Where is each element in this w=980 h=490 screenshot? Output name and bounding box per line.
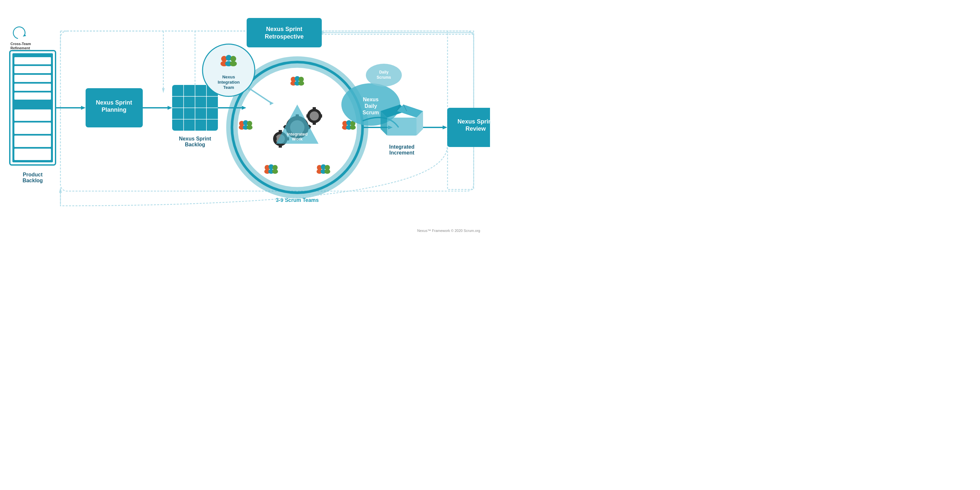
svg-text:Nexus Sprint: Nexus Sprint <box>266 26 302 32</box>
svg-rect-59 <box>278 130 282 133</box>
svg-rect-14 <box>14 135 51 147</box>
svg-rect-12 <box>14 110 51 121</box>
svg-text:Backlog: Backlog <box>22 178 43 183</box>
svg-point-95 <box>325 169 330 174</box>
svg-text:Integrated: Integrated <box>389 144 414 150</box>
svg-text:Planning: Planning <box>102 107 126 113</box>
svg-text:Scrums: Scrums <box>377 75 391 80</box>
svg-rect-15 <box>14 149 51 160</box>
svg-text:Integration: Integration <box>218 80 239 84</box>
svg-rect-11 <box>14 92 51 100</box>
svg-rect-62 <box>274 137 277 140</box>
svg-rect-56 <box>306 115 309 118</box>
svg-text:Team: Team <box>223 85 234 90</box>
svg-rect-10 <box>14 84 51 91</box>
svg-text:Work: Work <box>292 137 303 142</box>
svg-point-99 <box>230 56 236 62</box>
svg-text:Nexus: Nexus <box>363 97 379 102</box>
svg-rect-53 <box>313 107 316 110</box>
svg-rect-55 <box>319 115 322 118</box>
nexus-framework-diagram: Cross-Team Refinement Product Backlog Ne… <box>0 0 490 245</box>
svg-text:Nexus™ Framework © 2020 Scrum.: Nexus™ Framework © 2020 Scrum.org <box>417 229 480 232</box>
svg-rect-9 <box>14 75 51 82</box>
svg-rect-60 <box>278 145 282 148</box>
svg-point-77 <box>247 125 253 130</box>
svg-text:Daily: Daily <box>379 70 389 75</box>
svg-text:Backlog: Backlog <box>185 142 205 147</box>
svg-point-52 <box>310 111 319 121</box>
svg-rect-124 <box>387 118 417 135</box>
svg-point-102 <box>230 61 237 66</box>
svg-text:Review: Review <box>466 126 486 132</box>
svg-text:Nexus Sprint: Nexus Sprint <box>457 118 490 125</box>
svg-text:Cross-Team: Cross-Team <box>10 42 31 46</box>
svg-rect-7 <box>14 57 51 64</box>
svg-text:Nexus: Nexus <box>222 75 235 80</box>
svg-text:Increment: Increment <box>390 150 415 156</box>
svg-point-83 <box>350 125 356 130</box>
svg-rect-54 <box>313 122 316 125</box>
svg-point-89 <box>272 169 278 174</box>
svg-rect-13 <box>14 123 51 134</box>
svg-text:Product: Product <box>23 172 43 177</box>
svg-text:Retrospective: Retrospective <box>265 33 304 40</box>
svg-text:Daily: Daily <box>364 103 377 109</box>
svg-text:3-9 Scrum Teams: 3-9 Scrum Teams <box>276 197 318 203</box>
svg-rect-8 <box>14 66 51 73</box>
svg-text:Nexus Sprint: Nexus Sprint <box>96 99 132 106</box>
svg-rect-111 <box>247 18 322 48</box>
svg-text:Refinement: Refinement <box>10 46 30 50</box>
svg-text:Scrum: Scrum <box>363 110 379 115</box>
svg-text:Nexus Sprint: Nexus Sprint <box>179 136 212 142</box>
svg-point-71 <box>298 81 304 86</box>
svg-text:Integrated: Integrated <box>287 132 308 137</box>
